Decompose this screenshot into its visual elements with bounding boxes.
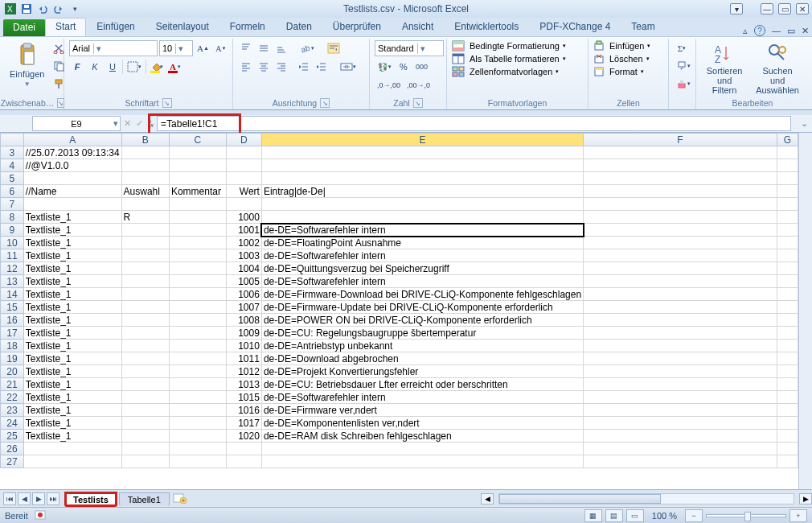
workbook-restore-button[interactable]: ▭ (787, 26, 795, 36)
conditional-formatting-button[interactable]: Bedingte Formatierung▾ (452, 40, 566, 51)
cell[interactable] (584, 365, 777, 378)
column-header[interactable]: C (169, 134, 226, 146)
cell[interactable]: Textliste_1 (23, 404, 121, 417)
cell[interactable] (584, 443, 777, 455)
font-color-icon[interactable]: A▾ (167, 59, 183, 75)
cell[interactable] (121, 288, 169, 301)
cell[interactable]: 1010 (226, 340, 261, 352)
cell[interactable] (584, 288, 777, 301)
cell[interactable] (584, 352, 777, 365)
cell[interactable] (226, 159, 261, 172)
cell[interactable] (23, 443, 121, 455)
cell[interactable] (777, 224, 798, 237)
window-minimize-button[interactable]: — (761, 3, 773, 14)
cell[interactable] (584, 455, 777, 468)
cell[interactable] (169, 443, 226, 455)
cell[interactable]: de-DE=Softwarefehler intern (261, 224, 583, 237)
cell[interactable]: R (121, 211, 169, 224)
cell[interactable] (261, 146, 583, 159)
cell[interactable]: 1012 (226, 365, 261, 378)
name-box[interactable]: E9▾ (32, 116, 121, 131)
align-left-icon[interactable] (238, 59, 254, 75)
ribbon-tab[interactable]: Entwicklertools (444, 18, 529, 36)
cell[interactable] (261, 172, 583, 185)
cell[interactable] (584, 146, 777, 159)
cell[interactable]: de-DE=FloatingPoint Ausnahme (261, 237, 583, 249)
cell[interactable]: 1008 (226, 314, 261, 327)
cell[interactable] (261, 159, 583, 172)
cell-styles-button[interactable]: Zellenformatvorlagen▾ (452, 66, 559, 77)
increase-decimal-icon[interactable]: ,0→,00 (375, 77, 403, 93)
cell[interactable]: Textliste_1 (23, 352, 121, 365)
sheet-nav-prev-icon[interactable]: ◀ (18, 492, 31, 505)
clear-icon[interactable]: ▾ (674, 76, 693, 92)
cell[interactable] (584, 198, 777, 211)
cell[interactable]: de-DE=CU: Regelungsbaugruppe šbertempera… (261, 327, 583, 340)
cell[interactable]: de-DE=Download abgebrochen (261, 352, 583, 365)
cell[interactable] (777, 159, 798, 172)
row-header[interactable]: 23 (1, 404, 24, 417)
cell[interactable]: de-DE=Softwarefehler intern (261, 391, 583, 404)
cell[interactable] (169, 417, 226, 430)
cell[interactable]: de-DE=Komponentenlisten ver‚ndert (261, 417, 583, 430)
new-sheet-icon[interactable] (173, 492, 187, 505)
decrease-indent-icon[interactable] (296, 59, 312, 75)
cell[interactable] (169, 327, 226, 340)
cell[interactable] (777, 391, 798, 404)
cell[interactable] (169, 275, 226, 288)
cell[interactable] (169, 340, 226, 352)
cell[interactable]: 1006 (226, 288, 261, 301)
cell[interactable]: de-DE=Firmware ver‚ndert (261, 404, 583, 417)
cell[interactable]: de-DE=Antriebstyp unbekannt (261, 340, 583, 352)
bold-button[interactable]: F (69, 59, 85, 75)
cell[interactable]: Textliste_1 (23, 301, 121, 314)
row-header[interactable]: 7 (1, 198, 24, 211)
column-header[interactable]: A (23, 134, 121, 146)
cell[interactable]: de-DE=CU: Betriebsdauer Lfter erreicht o… (261, 378, 583, 391)
sheet-nav-last-icon[interactable]: ⏭ (47, 492, 59, 505)
cell[interactable]: Eintrag|de-De| (261, 185, 583, 198)
sheet-nav-first-icon[interactable]: ⏮ (3, 492, 16, 505)
cell[interactable]: de-DE=Quittungsverzug bei Speicherzugrif… (261, 262, 583, 275)
sheet-nav-next-icon[interactable]: ▶ (32, 492, 45, 505)
cell[interactable] (584, 185, 777, 198)
formula-input[interactable]: =Tabelle1!C1 (157, 116, 791, 131)
macro-record-icon[interactable] (35, 510, 46, 521)
cell[interactable] (169, 314, 226, 327)
zoom-out-icon[interactable]: − (685, 509, 703, 522)
cell[interactable]: de-DE=Softwarefehler intern (261, 249, 583, 262)
cell[interactable] (121, 378, 169, 391)
cell[interactable] (169, 430, 226, 443)
zoom-slider[interactable] (706, 514, 786, 517)
cell[interactable] (777, 430, 798, 443)
enter-fx-icon[interactable]: ✓ (136, 118, 143, 129)
accounting-format-icon[interactable]: 💱▾ (375, 59, 394, 75)
cell[interactable] (121, 455, 169, 468)
delete-cells-button[interactable]: Löschen▾ (593, 53, 650, 64)
cell[interactable] (121, 391, 169, 404)
row-header[interactable]: 3 (1, 146, 24, 159)
cell[interactable] (777, 340, 798, 352)
cell[interactable] (584, 404, 777, 417)
row-header[interactable]: 17 (1, 327, 24, 340)
cell[interactable]: 1013 (226, 378, 261, 391)
save-icon[interactable] (19, 2, 34, 16)
cell[interactable] (169, 378, 226, 391)
cell[interactable]: 1000 (226, 211, 261, 224)
ribbon-minimize-toggle[interactable]: ▵ (743, 26, 748, 36)
cell[interactable] (169, 301, 226, 314)
cell[interactable] (169, 249, 226, 262)
cell[interactable]: Textliste_1 (23, 262, 121, 275)
row-header[interactable]: 10 (1, 237, 24, 249)
row-header[interactable]: 15 (1, 301, 24, 314)
cell[interactable] (584, 262, 777, 275)
cell[interactable] (169, 455, 226, 468)
cell[interactable] (777, 275, 798, 288)
cell[interactable] (169, 288, 226, 301)
cell[interactable] (777, 249, 798, 262)
cell[interactable]: Wert (226, 185, 261, 198)
cell[interactable] (169, 146, 226, 159)
font-name-combo[interactable]: Arial▾ (69, 40, 158, 56)
cell[interactable]: de-DE=Firmware-Update bei DRIVE-CLiQ-Kom… (261, 301, 583, 314)
cell[interactable] (584, 340, 777, 352)
